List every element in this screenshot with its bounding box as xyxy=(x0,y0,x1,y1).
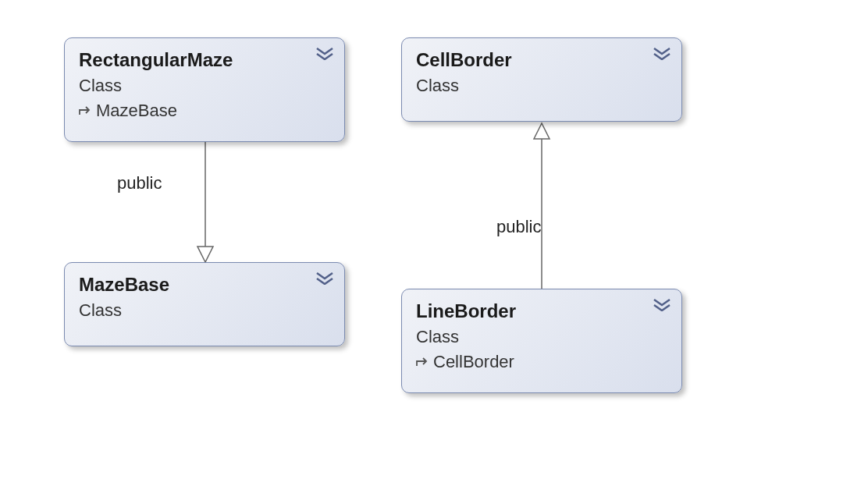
svg-marker-3 xyxy=(534,123,550,139)
class-type: Class xyxy=(79,76,330,96)
class-name: CellBorder xyxy=(416,49,667,71)
class-type: Class xyxy=(416,76,667,96)
inherits-target: MazeBase xyxy=(96,101,177,121)
expand-chevron-icon[interactable] xyxy=(653,48,670,60)
inherits-arrow-icon xyxy=(79,103,91,119)
inherits-arrow-icon xyxy=(416,354,429,371)
class-type: Class xyxy=(79,300,330,321)
class-box-rectangular-maze[interactable]: RectangularMaze Class MazeBase xyxy=(64,37,345,142)
expand-chevron-icon[interactable] xyxy=(653,299,670,311)
relation-label-left: public xyxy=(117,173,162,193)
class-box-cell-border[interactable]: CellBorder Class xyxy=(401,37,682,122)
inherits-row: MazeBase xyxy=(79,101,330,121)
class-name: MazeBase xyxy=(79,274,330,296)
class-type: Class xyxy=(416,327,667,347)
expand-chevron-icon[interactable] xyxy=(316,272,333,285)
inherits-row: CellBorder xyxy=(416,352,667,372)
class-name: LineBorder xyxy=(416,300,667,322)
relation-label-right: public xyxy=(496,217,541,237)
expand-chevron-icon[interactable] xyxy=(316,48,333,60)
svg-marker-1 xyxy=(197,247,213,262)
class-box-maze-base[interactable]: MazeBase Class xyxy=(64,262,345,346)
class-name: RectangularMaze xyxy=(79,49,330,71)
class-box-line-border[interactable]: LineBorder Class CellBorder xyxy=(401,289,682,393)
inherits-target: CellBorder xyxy=(433,352,514,372)
